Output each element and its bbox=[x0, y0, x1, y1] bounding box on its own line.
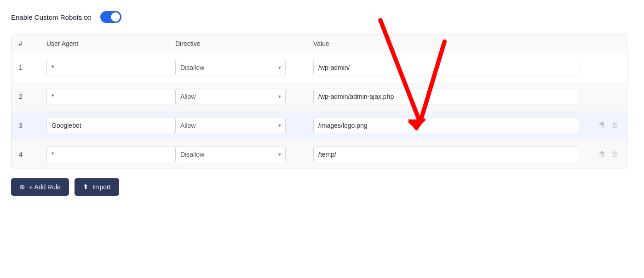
row-3-value-cell bbox=[313, 118, 583, 133]
row-3-delete-icon[interactable]: 🗑 bbox=[597, 119, 608, 131]
row-3-value-input[interactable] bbox=[313, 118, 579, 133]
table-row: 3 Disallow Allow Crawl-delay Sitemap ▾ bbox=[12, 111, 627, 140]
row-1-directive-select[interactable]: Disallow Allow Crawl-delay Sitemap bbox=[175, 60, 286, 75]
table-row: 2 Disallow Allow Crawl-delay Sitemap ▾ bbox=[12, 82, 627, 111]
row-4-directive-wrapper: Disallow Allow Crawl-delay Sitemap ▾ bbox=[175, 147, 286, 162]
add-rule-label: + Add Rule bbox=[29, 183, 61, 191]
row-4-drag-icon[interactable]: ⠿ bbox=[610, 148, 620, 161]
add-rule-icon: ⊕ bbox=[19, 183, 25, 191]
row-3-directive-wrapper: Disallow Allow Crawl-delay Sitemap ▾ bbox=[175, 118, 286, 133]
row-4-value-input[interactable] bbox=[313, 147, 579, 162]
row-2-user-agent-cell bbox=[46, 89, 175, 104]
row-2-value-cell bbox=[313, 89, 583, 104]
row-1-value-cell bbox=[313, 60, 583, 75]
col-header-directive: Directive bbox=[175, 40, 313, 47]
col-header-value: Value bbox=[313, 40, 583, 47]
row-4-actions: 🗑 ⠿ bbox=[583, 148, 620, 161]
row-2-user-agent-input[interactable] bbox=[46, 89, 175, 104]
row-2-num: 2 bbox=[19, 93, 46, 100]
import-label: Import bbox=[92, 183, 111, 191]
enable-row: Enable Custom Robots.txt bbox=[11, 11, 627, 23]
col-header-actions bbox=[583, 40, 620, 47]
row-2-directive-select[interactable]: Disallow Allow Crawl-delay Sitemap bbox=[175, 89, 286, 104]
enable-toggle[interactable] bbox=[100, 11, 121, 23]
buttons-row: ⊕ + Add Rule ⬆ Import bbox=[11, 178, 627, 196]
row-4-num: 4 bbox=[19, 151, 46, 158]
col-header-user-agent: User Agent bbox=[46, 40, 175, 47]
row-2-directive-wrapper: Disallow Allow Crawl-delay Sitemap ▾ bbox=[175, 89, 286, 104]
row-1-user-agent-cell bbox=[46, 60, 175, 75]
table-row: 1 Disallow Allow Crawl-delay Sitemap ▾ bbox=[12, 53, 627, 82]
toggle-slider bbox=[100, 11, 121, 23]
row-4-directive-cell: Disallow Allow Crawl-delay Sitemap ▾ bbox=[175, 147, 313, 162]
enable-label: Enable Custom Robots.txt bbox=[11, 13, 91, 21]
row-4-user-agent-input[interactable] bbox=[46, 147, 175, 162]
row-4-directive-select[interactable]: Disallow Allow Crawl-delay Sitemap bbox=[175, 147, 286, 162]
row-1-directive-wrapper: Disallow Allow Crawl-delay Sitemap ▾ bbox=[175, 60, 286, 75]
row-3-drag-icon[interactable]: ⠿ bbox=[610, 119, 620, 132]
row-2-directive-cell: Disallow Allow Crawl-delay Sitemap ▾ bbox=[175, 89, 313, 104]
row-1-directive-cell: Disallow Allow Crawl-delay Sitemap ▾ bbox=[175, 60, 313, 75]
import-icon: ⬆ bbox=[83, 183, 89, 191]
row-3-user-agent-input[interactable] bbox=[46, 118, 175, 133]
row-1-value-input[interactable] bbox=[313, 60, 579, 75]
row-3-user-agent-cell bbox=[46, 118, 175, 133]
row-4-value-cell bbox=[313, 147, 583, 162]
row-1-user-agent-input[interactable] bbox=[46, 60, 175, 75]
table-row: 4 Disallow Allow Crawl-delay Sitemap ▾ bbox=[12, 140, 627, 169]
robots-table: # User Agent Directive Value 1 Disallow … bbox=[11, 34, 627, 169]
row-3-directive-cell: Disallow Allow Crawl-delay Sitemap ▾ bbox=[175, 118, 313, 133]
row-3-actions: 🗑 ⠿ bbox=[583, 119, 620, 132]
row-1-num: 1 bbox=[19, 64, 46, 71]
col-header-num: # bbox=[19, 40, 46, 47]
row-3-num: 3 bbox=[19, 122, 46, 129]
row-3-directive-select[interactable]: Disallow Allow Crawl-delay Sitemap bbox=[175, 118, 286, 133]
page-wrapper: Enable Custom Robots.txt # User Agent Di… bbox=[11, 11, 627, 196]
row-4-user-agent-cell bbox=[46, 147, 175, 162]
row-2-value-input[interactable] bbox=[313, 89, 579, 104]
row-4-delete-icon[interactable]: 🗑 bbox=[597, 148, 608, 160]
import-button[interactable]: ⬆ Import bbox=[75, 178, 119, 196]
add-rule-button[interactable]: ⊕ + Add Rule bbox=[11, 178, 69, 196]
table-header: # User Agent Directive Value bbox=[12, 34, 627, 53]
